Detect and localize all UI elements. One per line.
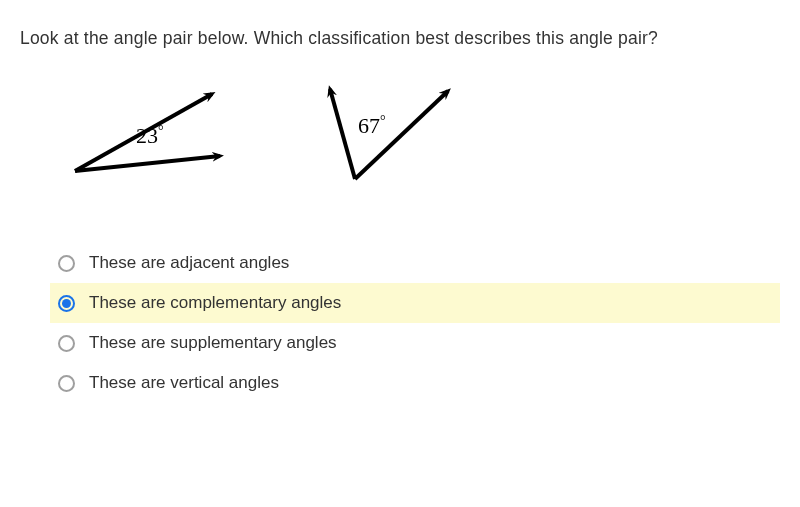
option-adjacent[interactable]: These are adjacent angles [50, 243, 780, 283]
svg-line-2 [330, 89, 355, 179]
degree-symbol-1: ° [158, 123, 164, 138]
option-supplementary[interactable]: These are supplementary angles [50, 323, 780, 363]
radio-dot-icon [62, 299, 71, 308]
angle-2-label: 67° [358, 113, 386, 139]
radio-icon [58, 255, 75, 272]
angle-2-value: 67 [358, 113, 380, 138]
options-list: These are adjacent angles These are comp… [50, 243, 780, 403]
question-text: Look at the angle pair below. Which clas… [20, 28, 780, 49]
angle-1-value: 23 [136, 123, 158, 148]
option-label: These are adjacent angles [89, 253, 289, 273]
angle-1: 23° [50, 79, 240, 193]
question-container: Look at the angle pair below. Which clas… [0, 0, 800, 423]
radio-icon [58, 335, 75, 352]
option-label: These are supplementary angles [89, 333, 337, 353]
angle-2: 67° [300, 79, 470, 193]
option-label: These are vertical angles [89, 373, 279, 393]
radio-icon [58, 375, 75, 392]
option-vertical[interactable]: These are vertical angles [50, 363, 780, 403]
angle-figure: 23° 67° [50, 79, 780, 193]
option-label: These are complementary angles [89, 293, 341, 313]
option-complementary[interactable]: These are complementary angles [50, 283, 780, 323]
degree-symbol-2: ° [380, 113, 386, 128]
angle-1-label: 23° [136, 123, 164, 149]
radio-icon [58, 295, 75, 312]
